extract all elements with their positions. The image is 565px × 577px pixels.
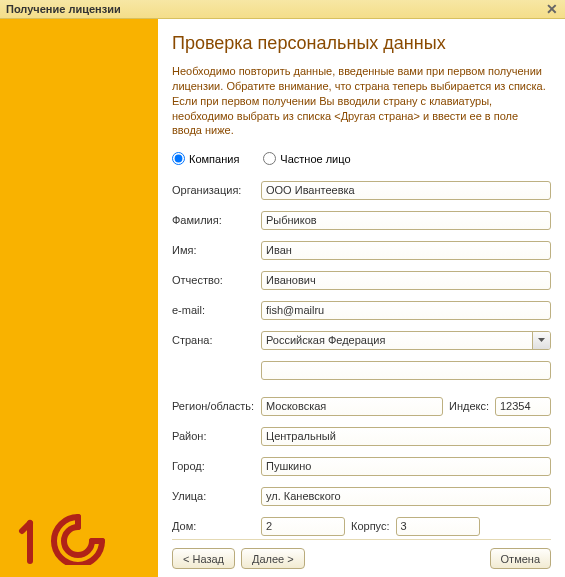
organization-label: Организация: bbox=[172, 184, 261, 196]
other-country-input[interactable] bbox=[261, 361, 551, 380]
page-description: Необходимо повторить данные, введенные в… bbox=[172, 64, 551, 138]
svg-marker-4 bbox=[538, 338, 545, 342]
house-label: Дом: bbox=[172, 520, 261, 532]
street-input[interactable] bbox=[261, 487, 551, 506]
district-label: Район: bbox=[172, 430, 261, 442]
street-label: Улица: bbox=[172, 490, 261, 502]
wizard-footer: < Назад Далее > Отмена bbox=[172, 539, 551, 569]
index-label: Индекс: bbox=[449, 400, 489, 412]
window-title: Получение лицензии bbox=[6, 3, 121, 15]
lastname-label: Фамилия: bbox=[172, 214, 261, 226]
country-label: Страна: bbox=[172, 334, 261, 346]
cancel-button[interactable]: Отмена bbox=[490, 548, 551, 569]
building-label: Корпус: bbox=[351, 520, 390, 532]
personal-data-form: Компания Частное лицо Организация: Фамил… bbox=[172, 152, 551, 539]
lastname-input[interactable] bbox=[261, 211, 551, 230]
entity-person-radio[interactable] bbox=[263, 152, 276, 165]
patronymic-label: Отчество: bbox=[172, 274, 261, 286]
entity-company-option[interactable]: Компания bbox=[172, 152, 239, 165]
building-input[interactable] bbox=[396, 517, 480, 536]
close-icon[interactable]: ✕ bbox=[543, 2, 561, 16]
entity-company-label: Компания bbox=[189, 153, 239, 165]
titlebar: Получение лицензии ✕ bbox=[0, 0, 565, 19]
back-button[interactable]: < Назад bbox=[172, 548, 235, 569]
chevron-down-icon bbox=[538, 338, 545, 342]
patronymic-input[interactable] bbox=[261, 271, 551, 290]
firstname-input[interactable] bbox=[261, 241, 551, 260]
email-input[interactable] bbox=[261, 301, 551, 320]
entity-person-option[interactable]: Частное лицо bbox=[263, 152, 350, 165]
window-body: Проверка персональных данных Необходимо … bbox=[0, 19, 565, 577]
district-input[interactable] bbox=[261, 427, 551, 446]
entity-person-label: Частное лицо bbox=[280, 153, 350, 165]
organization-input[interactable] bbox=[261, 181, 551, 200]
back-button-label: < Назад bbox=[183, 553, 224, 565]
license-wizard-window: Получение лицензии ✕ bbox=[0, 0, 565, 577]
next-button[interactable]: Далее > bbox=[241, 548, 305, 569]
next-button-label: Далее > bbox=[252, 553, 294, 565]
cancel-button-label: Отмена bbox=[501, 553, 540, 565]
entity-type-group: Компания Частное лицо bbox=[172, 152, 551, 165]
country-dropdown-button[interactable] bbox=[532, 332, 550, 349]
page-heading: Проверка персональных данных bbox=[172, 33, 551, 54]
content-panel: Проверка персональных данных Необходимо … bbox=[158, 19, 565, 577]
city-input[interactable] bbox=[261, 457, 551, 476]
country-select[interactable] bbox=[261, 331, 551, 350]
region-input[interactable] bbox=[261, 397, 443, 416]
house-input[interactable] bbox=[261, 517, 345, 536]
country-select-wrap bbox=[261, 331, 551, 350]
region-label: Регион/область: bbox=[172, 400, 261, 412]
city-label: Город: bbox=[172, 460, 261, 472]
vendor-logo bbox=[18, 513, 108, 565]
firstname-label: Имя: bbox=[172, 244, 261, 256]
sidebar bbox=[0, 19, 158, 577]
entity-company-radio[interactable] bbox=[172, 152, 185, 165]
index-input[interactable] bbox=[495, 397, 551, 416]
email-label: e-mail: bbox=[172, 304, 261, 316]
